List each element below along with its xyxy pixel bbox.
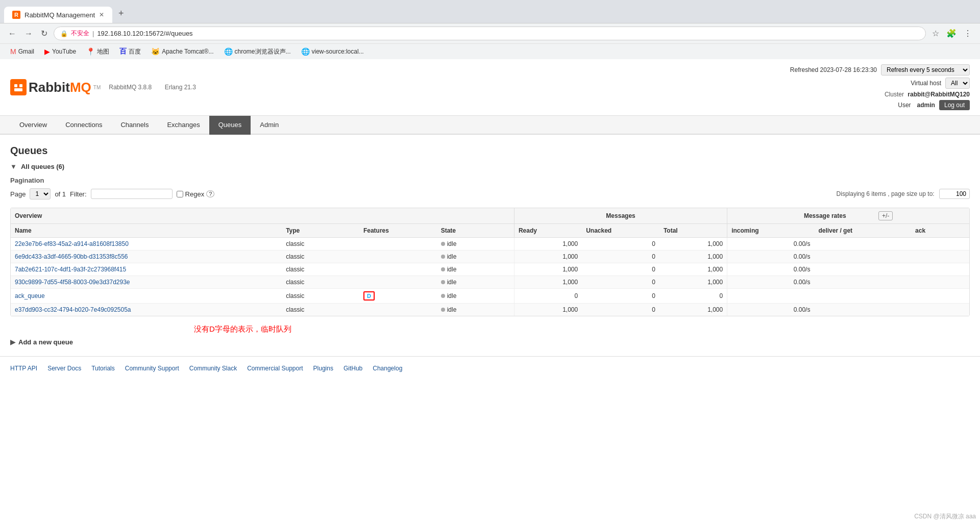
footer-http-api[interactable]: HTTP API [10, 365, 37, 372]
bookmark-baidu[interactable]: 百 百度 [115, 46, 145, 57]
bookmark-view-source[interactable]: 🌐 view-source:local... [297, 46, 368, 57]
plus-minus-button[interactable]: +/- [878, 211, 893, 220]
queue-ready-cell: 1,000 [514, 304, 582, 316]
vhost-select[interactable]: All [945, 78, 970, 89]
footer-plugins[interactable]: Plugins [313, 365, 333, 372]
queue-deliver-cell [814, 238, 911, 251]
bookmark-chrome-settings[interactable]: 🌐 chrome浏览器设声... [220, 46, 295, 57]
bookmark-maps[interactable]: 📍 地图 [82, 46, 113, 57]
nav-admin[interactable]: Admin [251, 116, 288, 135]
queue-name-link[interactable]: 22e3e7b6-ef83-45a2-a914-a81608f13850 [15, 240, 129, 247]
footer-server-docs[interactable]: Server Docs [47, 365, 81, 372]
footer: HTTP API Server Docs Tutorials Community… [0, 356, 980, 380]
regex-checkbox[interactable] [177, 191, 183, 197]
all-queues-header[interactable]: ▼ All queues (6) [10, 163, 970, 170]
queue-features-cell [359, 263, 437, 276]
logo-text-rabbit: RabbitMQ [29, 80, 91, 95]
bookmarks-bar: M Gmail ▶ YouTube 📍 地图 百 百度 🐱 Apache Tom… [0, 43, 980, 59]
queue-deliver-cell [814, 276, 911, 289]
queue-state-cell: idle [437, 304, 514, 316]
reload-button[interactable]: ↻ [39, 27, 50, 40]
footer-commercial-support[interactable]: Commercial Support [247, 365, 303, 372]
th-messages: Messages [514, 208, 727, 224]
queue-name-cell: 7ab2e621-107c-4df1-9a3f-2c273968f415 [11, 263, 282, 276]
bookmark-youtube[interactable]: ▶ YouTube [40, 46, 80, 57]
pagination-label: Pagination [10, 177, 970, 184]
tomcat-icon: 🐱 [151, 47, 160, 56]
vhost-row: Virtual host All [911, 78, 970, 89]
section-arrow: ▼ [10, 163, 17, 170]
cluster-label: Cluster [885, 91, 904, 98]
queue-unacked-cell: 0 [582, 251, 659, 263]
bookmark-star-button[interactable]: ☆ [930, 27, 941, 40]
refresh-select[interactable]: Refresh every 5 seconds Refresh every 10… [881, 64, 970, 76]
address-separator: | [92, 30, 94, 37]
page-select[interactable]: 1 [30, 188, 51, 199]
queue-name-link[interactable]: 930c9899-7d55-4f58-8003-09e3d37d293e [15, 279, 130, 286]
footer-tutorials[interactable]: Tutorials [91, 365, 115, 372]
forward-button[interactable]: → [22, 27, 35, 40]
th-name: Name [11, 224, 282, 238]
footer-github[interactable]: GitHub [344, 365, 362, 372]
queue-type-cell: classic [282, 289, 359, 304]
address-bar[interactable]: 🔒 不安全 | 192.168.10.120:15672/#/queues [54, 27, 926, 40]
menu-button[interactable]: ⋮ [962, 27, 974, 40]
maps-icon: 📍 [86, 47, 95, 56]
gmail-icon: M [10, 47, 16, 56]
svg-rect-2 [19, 84, 22, 87]
extensions-button[interactable]: 🧩 [944, 27, 959, 40]
filter-label: Filter: [70, 190, 87, 198]
tab-title: RabbitMQ Management [24, 11, 95, 19]
feature-d-badge: D [363, 291, 375, 301]
nav-overview[interactable]: Overview [10, 116, 56, 135]
queue-unacked-cell: 0 [582, 289, 659, 304]
regex-help[interactable]: ? [206, 190, 214, 197]
state-dot [441, 294, 445, 298]
nav-channels[interactable]: Channels [111, 116, 158, 135]
nav-queues[interactable]: Queues [209, 116, 251, 135]
logout-button[interactable]: Log out [939, 100, 970, 110]
queue-name-link[interactable]: 7ab2e621-107c-4df1-9a3f-2c273968f415 [15, 266, 126, 273]
tab-close-icon[interactable]: ✕ [99, 11, 104, 18]
new-tab-button[interactable]: + [112, 4, 130, 23]
queue-name-cell: 6e9dc433-a3df-4665-90bb-d31353f8c556 [11, 251, 282, 263]
page-size-input[interactable] [939, 189, 970, 199]
th-unacked: Unacked [582, 224, 659, 238]
browser-tab-active[interactable]: R RabbitMQ Management ✕ [4, 7, 112, 23]
state-dot [441, 308, 445, 312]
footer-changelog[interactable]: Changelog [373, 365, 402, 372]
th-incoming: incoming [727, 224, 815, 238]
queue-ready-cell: 1,000 [514, 263, 582, 276]
footer-community-slack[interactable]: Community Slack [189, 365, 237, 372]
rabbitmq-logo: RabbitMQ TM [10, 79, 101, 95]
rabbitmq-logo-svg [11, 80, 26, 94]
nav-connections[interactable]: Connections [56, 116, 111, 135]
queue-ready-cell: 0 [514, 289, 582, 304]
queue-ack-cell [911, 238, 969, 251]
back-button[interactable]: ← [6, 27, 18, 40]
queue-name-link[interactable]: ack_queue [15, 292, 45, 299]
queue-ack-cell [911, 289, 969, 304]
bookmark-label: Apache Tomcat®... [162, 48, 213, 55]
bookmark-gmail[interactable]: M Gmail [6, 46, 38, 57]
bookmark-tomcat[interactable]: 🐱 Apache Tomcat®... [147, 46, 217, 57]
footer-community-support[interactable]: Community Support [125, 365, 179, 372]
queue-name-cell: 22e3e7b6-ef83-45a2-a914-a81608f13850 [11, 238, 282, 251]
queue-unacked-cell: 0 [582, 238, 659, 251]
regex-label[interactable]: Regex ? [177, 190, 215, 198]
annotation-container: 没有D字母的表示，临时队列 [10, 324, 970, 334]
nav-exchanges[interactable]: Exchanges [158, 116, 209, 135]
queue-incoming-cell: 0.00/s [727, 251, 815, 263]
queue-name-link[interactable]: e37dd903-cc32-4794-b020-7e49c092505a [15, 306, 131, 313]
svg-rect-0 [11, 80, 26, 94]
queue-features-cell [359, 276, 437, 289]
queue-state-cell: idle [437, 276, 514, 289]
queue-total-cell: 1,000 [659, 304, 727, 316]
queue-name-link[interactable]: 6e9dc433-a3df-4665-90bb-d31353f8c556 [15, 253, 128, 260]
browser-actions: ☆ 🧩 ⋮ [930, 27, 974, 40]
add-queue-link[interactable]: ▶ Add a new queue [10, 338, 970, 346]
state-dot [441, 267, 445, 271]
bookmark-label: chrome浏览器设声... [235, 47, 291, 56]
filter-input[interactable] [91, 189, 173, 199]
bookmark-label: view-source:local... [312, 48, 364, 55]
